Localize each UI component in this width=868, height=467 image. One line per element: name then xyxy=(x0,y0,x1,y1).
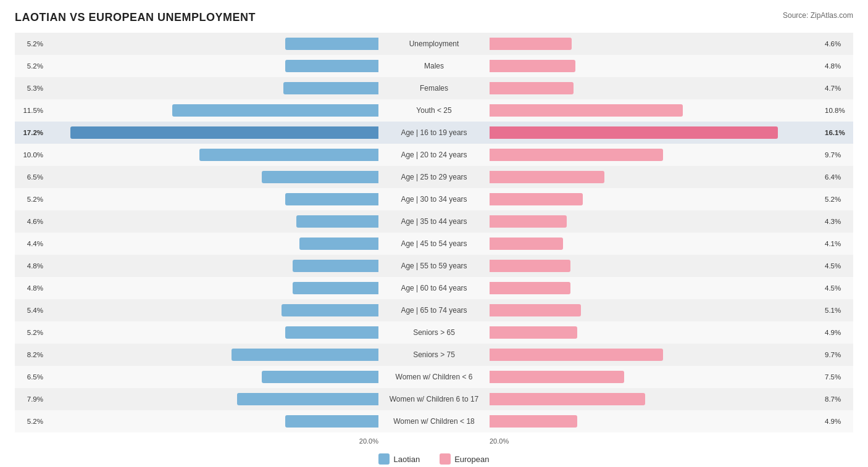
row-label: Women w/ Children < 6 xyxy=(378,373,490,381)
left-bar xyxy=(285,38,378,50)
right-bar xyxy=(490,38,572,50)
left-bar xyxy=(283,82,378,94)
bar-row: 6.5% Women w/ Children < 6 7.5% xyxy=(15,366,853,388)
right-bar-area xyxy=(490,392,825,406)
right-bar xyxy=(490,238,563,250)
left-bar-area xyxy=(43,415,378,428)
bar-row: 11.5% Youth < 25 10.8% xyxy=(15,99,853,122)
right-bar xyxy=(490,193,583,205)
left-bar xyxy=(262,171,378,183)
left-bar-area xyxy=(43,304,378,317)
row-label: Age | 55 to 59 years xyxy=(378,262,490,270)
left-bar xyxy=(285,60,378,72)
left-bar xyxy=(296,215,378,228)
chart-rows: 5.2% Unemployment 4.6% 5.2% Males 4.8% 5… xyxy=(15,33,853,432)
row-label: Age | 16 to 19 years xyxy=(378,128,490,137)
right-bar xyxy=(490,104,683,117)
legend-laotian-label: Laotian xyxy=(393,455,420,464)
left-bar-area xyxy=(43,59,378,73)
row-label: Age | 30 to 34 years xyxy=(378,195,490,204)
left-bar xyxy=(285,326,378,339)
left-value: 5.3% xyxy=(15,85,43,92)
left-bar-area xyxy=(43,104,378,117)
bar-row: 5.4% Age | 65 to 74 years 5.1% xyxy=(15,299,853,321)
right-bar xyxy=(490,149,663,161)
left-value: 5.2% xyxy=(15,40,43,48)
right-bar-area xyxy=(490,37,825,51)
bar-row: 10.0% Age | 20 to 24 years 9.7% xyxy=(15,144,853,166)
right-bar xyxy=(490,349,663,361)
right-bar-area xyxy=(490,281,825,295)
right-value: 4.1% xyxy=(825,240,853,247)
legend-laotian-box xyxy=(378,453,390,465)
row-label: Age | 65 to 74 years xyxy=(378,306,490,315)
right-bar-area xyxy=(490,170,825,184)
axis-right: 20.0% xyxy=(490,437,848,445)
left-bar-area xyxy=(43,392,378,406)
row-label: Women w/ Children 6 to 17 xyxy=(378,395,490,403)
legend-european-box xyxy=(440,453,451,465)
right-value: 4.8% xyxy=(825,62,853,70)
right-bar-area xyxy=(490,326,825,339)
right-bar xyxy=(490,326,577,339)
left-bar-area xyxy=(43,192,378,206)
left-bar xyxy=(285,415,378,428)
left-bar xyxy=(285,193,378,205)
left-bar xyxy=(282,304,378,316)
right-bar xyxy=(490,371,624,383)
row-label: Seniors > 75 xyxy=(378,350,490,359)
left-bar-area xyxy=(43,170,378,184)
right-value: 9.7% xyxy=(825,151,853,159)
bar-row: 8.2% Seniors > 75 9.7% xyxy=(15,344,853,366)
axis-row: 20.0% 20.0% xyxy=(15,435,853,447)
right-bar-area xyxy=(490,126,825,139)
right-bar-area xyxy=(490,237,825,250)
left-bar-area xyxy=(43,259,378,273)
right-bar-area xyxy=(490,370,825,384)
left-bar xyxy=(172,104,378,117)
right-value: 7.5% xyxy=(825,373,853,381)
right-value: 4.5% xyxy=(825,262,853,270)
row-label: Age | 25 to 29 years xyxy=(378,173,490,181)
right-bar xyxy=(490,60,575,72)
right-bar-area xyxy=(490,415,825,428)
left-value: 6.5% xyxy=(15,373,43,381)
left-bar-area xyxy=(43,148,378,162)
left-bar xyxy=(237,393,378,405)
left-bar xyxy=(199,149,378,161)
chart-header: LAOTIAN VS EUROPEAN UNEMPLOYMENT Source:… xyxy=(15,11,853,24)
row-label: Females xyxy=(378,84,490,93)
chart-container: LAOTIAN VS EUROPEAN UNEMPLOYMENT Source:… xyxy=(0,0,868,467)
right-value: 10.8% xyxy=(825,107,853,114)
left-bar xyxy=(232,349,378,361)
left-value: 7.9% xyxy=(15,395,43,403)
left-value: 4.8% xyxy=(15,262,43,270)
left-bar xyxy=(299,238,378,250)
left-value: 8.2% xyxy=(15,351,43,358)
right-bar-area xyxy=(490,81,825,95)
right-value: 4.5% xyxy=(825,284,853,292)
right-bar-area xyxy=(490,259,825,273)
bar-row: 5.2% Unemployment 4.6% xyxy=(15,33,853,55)
row-label: Seniors > 65 xyxy=(378,328,490,337)
left-bar xyxy=(293,282,378,294)
right-bar xyxy=(490,282,570,294)
row-label: Age | 45 to 54 years xyxy=(378,239,490,248)
bar-row: 6.5% Age | 25 to 29 years 6.4% xyxy=(15,166,853,188)
left-value: 5.4% xyxy=(15,307,43,314)
right-bar-area xyxy=(490,348,825,362)
right-value: 6.4% xyxy=(825,173,853,181)
right-bar-area xyxy=(490,192,825,206)
right-value: 16.1% xyxy=(825,129,853,136)
right-bar-area xyxy=(490,59,825,73)
left-bar-area xyxy=(43,126,378,139)
left-value: 17.2% xyxy=(15,129,43,136)
chart-title: LAOTIAN VS EUROPEAN UNEMPLOYMENT xyxy=(15,11,256,24)
right-bar-area xyxy=(490,148,825,162)
bar-row: 4.8% Age | 60 to 64 years 4.5% xyxy=(15,277,853,299)
legend-european: European xyxy=(440,453,489,465)
right-value: 4.9% xyxy=(825,329,853,336)
right-bar xyxy=(490,82,574,94)
chart-source: Source: ZipAtlas.com xyxy=(783,11,853,20)
bar-row: 5.2% Males 4.8% xyxy=(15,55,853,77)
